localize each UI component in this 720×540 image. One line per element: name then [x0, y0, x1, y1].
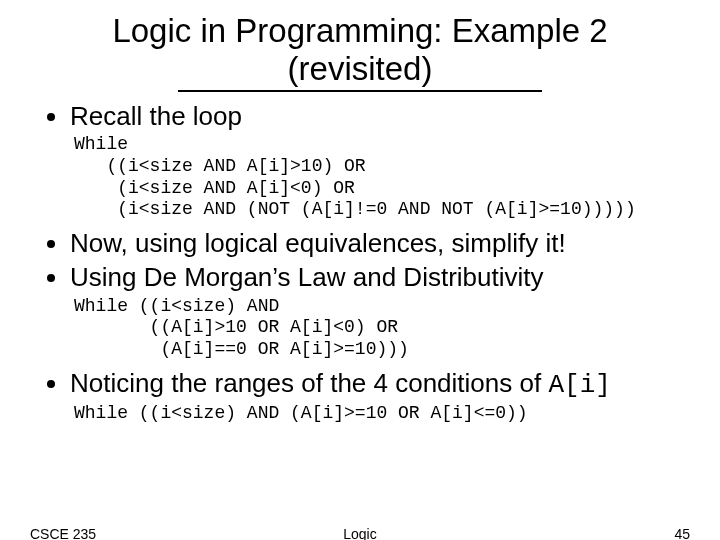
title-line-2: (revisited): [178, 50, 543, 92]
bullet-ranges: Noticing the ranges of the 4 conditions …: [70, 367, 690, 402]
bullet-list-3: Noticing the ranges of the 4 conditions …: [30, 367, 690, 402]
bullet-recall: Recall the loop: [70, 100, 690, 133]
footer-right: 45: [674, 526, 690, 540]
slide-title: Logic in Programming: Example 2 (revisit…: [0, 0, 720, 92]
code-block-2: While ((i<size) AND ((A[i]>10 OR A[i]<0)…: [74, 296, 690, 361]
bullet-list-2: Now, using logical equivalences, simplif…: [30, 227, 690, 294]
title-line-1: Logic in Programming: Example 2: [0, 12, 720, 50]
bullet-demorgan: Using De Morgan’s Law and Distributivity: [70, 261, 690, 294]
bullet-ranges-text: Noticing the ranges of the 4 conditions …: [70, 368, 548, 398]
slide-body: Recall the loop While ((i<size AND A[i]>…: [0, 92, 720, 425]
footer-center: Logic: [0, 526, 720, 540]
code-block-3: While ((i<size) AND (A[i]>=10 OR A[i]<=0…: [74, 403, 690, 425]
bullet-list: Recall the loop: [30, 100, 690, 133]
bullet-simplify: Now, using logical equivalences, simplif…: [70, 227, 690, 260]
bullet-ranges-code: A[i]: [548, 370, 610, 400]
slide: Logic in Programming: Example 2 (revisit…: [0, 0, 720, 540]
code-block-1: While ((i<size AND A[i]>10) OR (i<size A…: [74, 134, 690, 220]
